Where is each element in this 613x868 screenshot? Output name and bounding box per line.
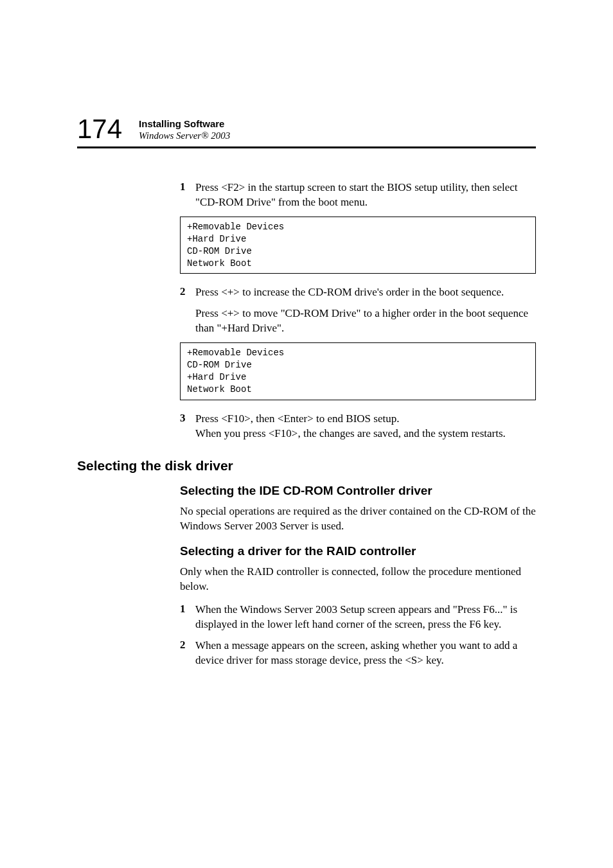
- section-body: Selecting the IDE CD-ROM Controller driv…: [180, 484, 536, 669]
- header-subtitle: Windows Server® 2003: [139, 130, 230, 141]
- step-text: Press <F10>, then <Enter> to end BIOS se…: [195, 412, 506, 441]
- heading-ide-cdrom: Selecting the IDE CD-ROM Controller driv…: [180, 484, 536, 498]
- paragraph-ide: No special operations are required as th…: [180, 504, 536, 534]
- step-number: 2: [180, 285, 195, 300]
- heading-raid-controller: Selecting a driver for the RAID controll…: [180, 544, 536, 558]
- paragraph-raid: Only when the RAID controller is connect…: [180, 565, 536, 594]
- section-disk-driver: Selecting the disk driver Selecting the …: [77, 458, 536, 669]
- step-number: 1: [180, 181, 195, 210]
- page-number: 174: [77, 116, 122, 143]
- main-content: 1 Press <F2> in the startup screen to st…: [180, 181, 536, 441]
- step-number: 3: [180, 412, 195, 441]
- header-titles: Installing Software Windows Server® 2003: [139, 118, 230, 143]
- code-block-boot-menu-1: +Removable Devices +Hard Drive CD-ROM Dr…: [180, 217, 536, 274]
- page-header: 174 Installing Software Windows Server® …: [77, 116, 536, 148]
- heading-selecting-disk-driver: Selecting the disk driver: [77, 458, 536, 474]
- step-text: Press <+> to increase the CD-ROM drive's…: [195, 285, 504, 300]
- raid-step-1: 1 When the Windows Server 2003 Setup scr…: [180, 603, 536, 632]
- step-1: 1 Press <F2> in the startup screen to st…: [180, 181, 536, 210]
- step-number: 1: [180, 603, 195, 632]
- header-title: Installing Software: [139, 118, 230, 130]
- page-container: 174 Installing Software Windows Server® …: [0, 0, 613, 726]
- raid-step-2: 2 When a message appears on the screen, …: [180, 639, 536, 668]
- step-3: 3 Press <F10>, then <Enter> to end BIOS …: [180, 412, 536, 441]
- step-2: 2 Press <+> to increase the CD-ROM drive…: [180, 285, 536, 300]
- step-text: When a message appears on the screen, as…: [195, 639, 536, 668]
- code-block-boot-menu-2: +Removable Devices CD-ROM Drive +Hard Dr…: [180, 342, 536, 400]
- step-2-subtext: Press <+> to move "CD-ROM Drive" to a hi…: [195, 306, 536, 336]
- step-text: When the Windows Server 2003 Setup scree…: [195, 603, 536, 632]
- step-text: Press <F2> in the startup screen to star…: [195, 181, 536, 210]
- step-number: 2: [180, 639, 195, 668]
